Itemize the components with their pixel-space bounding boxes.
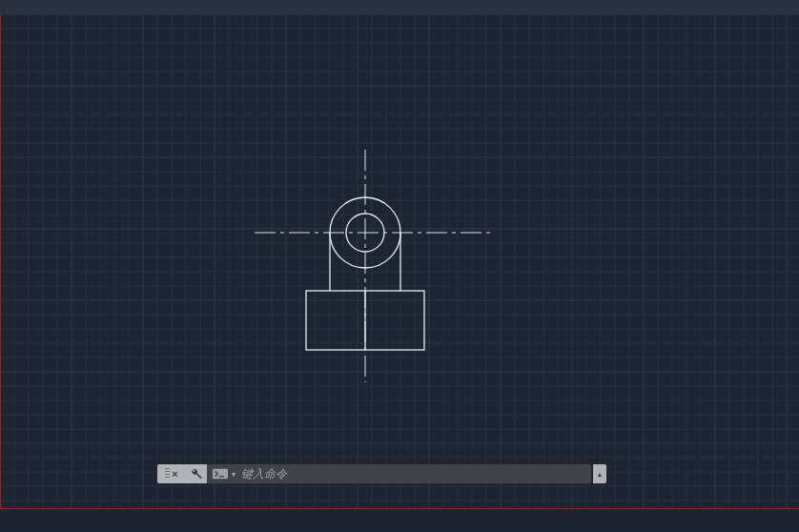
drawing-canvas[interactable]: [0, 14, 799, 509]
ucs-y-axis: [0, 14, 1, 509]
ucs-x-axis: [0, 508, 799, 509]
svg-rect-91: [213, 469, 228, 480]
command-input[interactable]: [239, 464, 591, 483]
command-drag-handle[interactable]: ×: [157, 464, 186, 483]
chevron-down-icon[interactable]: ▾: [232, 470, 236, 479]
drawing-viewport[interactable]: [0, 14, 799, 509]
expand-history-button[interactable]: ▴: [593, 464, 606, 483]
close-icon[interactable]: ×: [172, 469, 177, 480]
command-bar[interactable]: ▾: [207, 464, 591, 483]
command-line-assembly: × ▾ ▴: [157, 464, 606, 483]
top-toolbar-area: [0, 0, 799, 15]
drag-grip-icon: [165, 468, 170, 480]
expand-up-icon: ▴: [598, 470, 602, 479]
terminal-icon: [207, 468, 234, 480]
wrench-icon: [190, 467, 203, 481]
customize-button[interactable]: [186, 464, 207, 483]
grid: [0, 14, 799, 509]
